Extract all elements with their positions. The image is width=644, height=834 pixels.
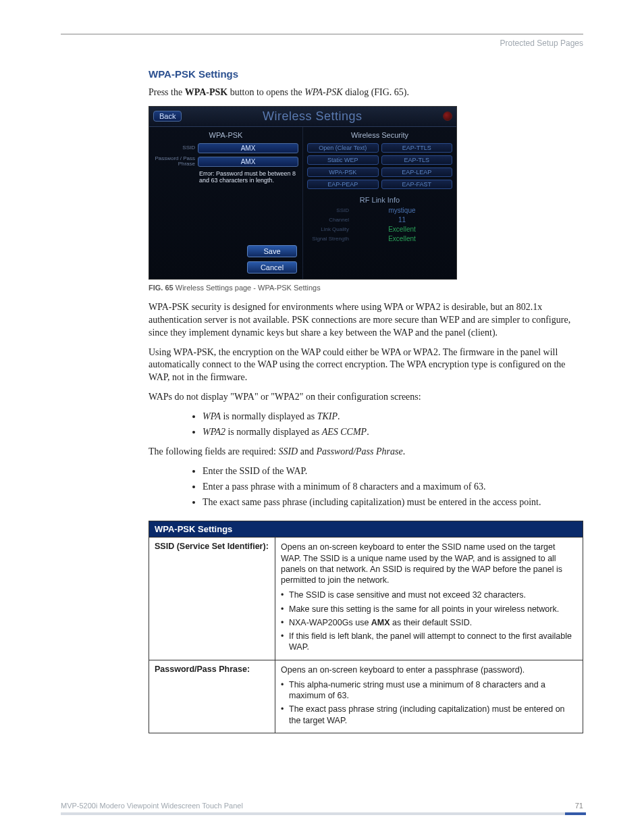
text: is normally displayed as <box>225 427 322 437</box>
security-options-grid: Open (Clear Text) EAP-TTLS Static WEP EA… <box>307 143 452 189</box>
rf-row: Signal Strength Excellent <box>307 235 452 242</box>
rf-value: Excellent <box>352 235 452 242</box>
bullet-icon: • <box>281 631 289 653</box>
table-row: SSID (Service Set Identifier): Opens an … <box>149 538 583 660</box>
paragraph: WAPs do not display "WPA" or "WPA2" on t… <box>149 391 583 404</box>
table-row: Password/Pass Phrase: Opens an on-screen… <box>149 660 583 733</box>
table-bullet: •Make sure this setting is the same for … <box>281 604 577 615</box>
paragraph: Using WPA-PSK, the encryption on the WAP… <box>149 346 583 385</box>
paragraph: The following fields are required: SSID … <box>149 446 583 459</box>
table-key: SSID (Service Set Identifier): <box>149 538 275 660</box>
save-button[interactable]: Save <box>247 245 297 257</box>
text: is normally displayed as <box>221 411 317 421</box>
security-option[interactable]: Open (Clear Text) <box>307 143 379 153</box>
rf-row: Link Quality Excellent <box>307 226 452 233</box>
text: The exact pass phrase string (including … <box>289 704 577 726</box>
text: Opens an on-screen keyboard to enter the… <box>281 542 577 585</box>
table-bullet: •NXA-WAP200Gs use AMX as their default S… <box>281 617 577 628</box>
password-label: Password / Pass Phrase <box>153 156 195 167</box>
table-title: WPA-PSK Settings <box>149 521 583 538</box>
text-italic: AES CCMP <box>322 427 367 437</box>
figure-right-pane: Wireless Security Open (Clear Text) EAP-… <box>303 127 456 279</box>
text-bold: WPA-PSK <box>185 87 228 97</box>
security-option[interactable]: Static WEP <box>307 155 379 165</box>
security-option[interactable]: WPA-PSK <box>307 167 379 177</box>
rf-key: Channel <box>307 217 349 223</box>
bullet-icon: • <box>281 617 289 628</box>
text: NXA-WAP200Gs use AMX as their default SS… <box>289 617 577 628</box>
figure-body: WPA-PSK SSID AMX Password / Pass Phrase … <box>149 127 456 279</box>
bullet-icon: • <box>281 679 289 702</box>
figure-left-pane: WPA-PSK SSID AMX Password / Pass Phrase … <box>149 127 303 279</box>
text: This alpha-numeric string must use a min… <box>289 679 577 702</box>
page-number: 71 <box>575 802 583 810</box>
text-italic: TKIP <box>317 411 338 421</box>
text: dialog (FIG. 65). <box>343 87 409 97</box>
text: Press the <box>149 87 185 97</box>
rf-row: SSID mystique <box>307 207 452 214</box>
content-area: WPA-PSK Settings Press the WPA-PSK butto… <box>149 68 583 733</box>
paragraph: WPA-PSK security is designed for environ… <box>149 301 583 340</box>
text: . <box>367 427 369 437</box>
right-pane-label: Wireless Security <box>307 131 452 139</box>
figure-caption: FIG. 65 Wireless Settings page - WPA-PSK… <box>149 284 583 292</box>
action-buttons: Save Cancel <box>247 245 297 273</box>
back-button[interactable]: Back <box>153 111 182 122</box>
security-option[interactable]: EAP-TTLS <box>381 143 453 153</box>
error-message: Error: Password must be between 8 and 63… <box>199 170 298 185</box>
table-value: Opens an on-screen keyboard to enter a p… <box>275 660 583 733</box>
security-option[interactable]: EAP-PEAP <box>307 180 379 189</box>
list-item: Enter a pass phrase with a minimum of 8 … <box>203 481 583 494</box>
table-bullet: •The exact pass phrase string (including… <box>281 704 577 726</box>
left-pane-label: WPA-PSK <box>153 131 298 139</box>
rf-key: Signal Strength <box>307 236 349 242</box>
list-item: WPA2 is normally displayed as AES CCMP. <box>203 426 583 439</box>
text: If this field is left blank, the panel w… <box>289 631 577 653</box>
ssid-input[interactable]: AMX <box>198 143 298 153</box>
text: and <box>298 446 316 457</box>
caption-text: Wireless Settings page - WPA-PSK Setting… <box>173 284 321 292</box>
list-item: WPA is normally displayed as TKIP. <box>203 411 583 423</box>
status-led-icon <box>443 111 452 121</box>
list-item: The exact same pass phrase (including ca… <box>203 496 583 509</box>
text: . <box>403 446 406 457</box>
page: Protected Setup Pages WPA-PSK Settings P… <box>0 0 644 834</box>
password-input[interactable]: AMX <box>198 157 298 167</box>
table-value: Opens an on-screen keyboard to enter the… <box>275 538 583 660</box>
figure-wireless-settings: Back Wireless Settings WPA-PSK SSID AMX … <box>149 106 457 280</box>
text: Make sure this setting is the same for a… <box>289 604 577 615</box>
rf-key: SSID <box>307 207 349 213</box>
security-option[interactable]: EAP-LEAP <box>381 167 453 177</box>
text-italic: WPA <box>203 411 221 421</box>
footer-product: MVP-5200i Modero Viewpoint Widescreen To… <box>61 802 243 810</box>
rf-link-label: RF Link Info <box>307 196 452 204</box>
bullet-icon: • <box>281 604 289 615</box>
ssid-label: SSID <box>153 145 195 151</box>
rf-rows: SSID mystique Channel 11 Link Quality Ex… <box>307 207 452 242</box>
text: Opens an on-screen keyboard to enter a p… <box>281 664 577 675</box>
ssid-row: SSID AMX <box>153 143 298 153</box>
text: button to opens the <box>227 87 304 97</box>
list-item: Enter the SSID of the WAP. <box>203 465 583 478</box>
figure-title: Wireless Settings <box>182 109 443 124</box>
security-option[interactable]: EAP-TLS <box>381 155 453 165</box>
page-footer: MVP-5200i Modero Viewpoint Widescreen To… <box>61 802 583 810</box>
text-italic: SSID <box>278 446 298 457</box>
running-header: Protected Setup Pages <box>61 38 583 48</box>
figure-titlebar: Back Wireless Settings <box>149 107 456 127</box>
security-option[interactable]: EAP-FAST <box>381 180 453 189</box>
text-italic: Password/Pass Phrase <box>316 446 402 457</box>
rf-value: Excellent <box>352 226 452 233</box>
text: The following fields are required: <box>149 446 278 457</box>
bullet-icon: • <box>281 590 289 600</box>
section-title: WPA-PSK Settings <box>149 68 583 80</box>
cancel-button[interactable]: Cancel <box>247 261 297 273</box>
bullet-list: WPA is normally displayed as TKIP. WPA2 … <box>149 411 583 439</box>
footer-accent-bar <box>61 812 586 815</box>
table-key: Password/Pass Phrase: <box>149 660 275 733</box>
text-italic: WPA2 <box>203 427 225 437</box>
wpa-psk-settings-table: WPA-PSK Settings SSID (Service Set Ident… <box>149 521 583 733</box>
bullet-icon: • <box>281 704 289 726</box>
table-bullet: •If this field is left blank, the panel … <box>281 631 577 653</box>
text: . <box>338 411 340 421</box>
